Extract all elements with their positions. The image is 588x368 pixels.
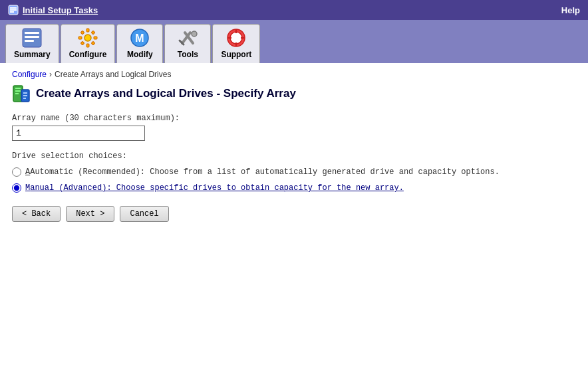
svg-rect-31 [15, 90, 21, 92]
tab-support[interactable]: Support [212, 24, 260, 63]
breadcrumb-separator: › [49, 70, 52, 79]
svg-rect-9 [86, 29, 89, 32]
svg-rect-12 [94, 37, 97, 39]
svg-rect-1 [10, 7, 17, 9]
help-link[interactable]: Help [561, 5, 580, 15]
tab-tools[interactable]: Tools [164, 24, 211, 63]
main-content: Configure › Create Arrays and Logical Dr… [0, 63, 588, 368]
content-area: Configure › Create Arrays and Logical Dr… [0, 63, 588, 368]
page-title-row: Create Arrays and Logical Drives - Speci… [12, 84, 576, 103]
radio-manual-label: Manual (Advanced): Choose specific drive… [25, 183, 404, 193]
breadcrumb-parent-link[interactable]: Configure [12, 70, 47, 79]
summary-icon [21, 27, 43, 48]
svg-rect-2 [10, 9, 17, 11]
radio-group: AAutomatic (Recommended): Choose from a … [12, 167, 576, 193]
app-title-text: Initial Setup Tasks [23, 5, 98, 15]
svg-text:M: M [136, 33, 144, 44]
svg-rect-14 [91, 31, 95, 35]
array-name-input[interactable] [12, 126, 145, 141]
modify-tab-label: Modify [127, 50, 153, 59]
svg-rect-3 [10, 11, 14, 13]
tools-tab-label: Tools [178, 50, 198, 59]
next-button[interactable]: Next > [66, 206, 114, 222]
svg-rect-15 [80, 41, 84, 45]
app-title[interactable]: Initial Setup Tasks [8, 5, 98, 15]
cancel-button[interactable]: Cancel [120, 206, 168, 222]
radio-automatic-item[interactable]: AAutomatic (Recommended): Choose from a … [12, 167, 576, 177]
page-title-icon [12, 84, 31, 103]
tab-configure[interactable]: Configure [61, 24, 116, 63]
svg-point-24 [230, 32, 242, 44]
button-row: < Back Next > Cancel [12, 206, 576, 222]
svg-point-22 [192, 31, 197, 37]
back-button[interactable]: < Back [12, 206, 61, 222]
radio-manual[interactable] [12, 183, 21, 193]
app-icon [8, 5, 19, 15]
drive-selection-label: Drive selection choices: [12, 151, 576, 161]
svg-point-8 [84, 35, 91, 41]
svg-rect-36 [23, 98, 26, 99]
svg-rect-6 [25, 36, 39, 38]
radio-manual-item[interactable]: Manual (Advanced): Choose specific drive… [12, 183, 576, 193]
top-bar: Initial Setup Tasks Help [0, 0, 588, 20]
summary-tab-label: Summary [14, 50, 51, 59]
svg-rect-34 [23, 92, 27, 94]
tab-summary[interactable]: Summary [5, 24, 59, 63]
tools-icon [177, 27, 198, 48]
radio-automatic[interactable] [12, 167, 21, 177]
support-icon [225, 27, 247, 48]
breadcrumb-current: Create Arrays and Logical Drives [55, 70, 171, 79]
svg-rect-16 [91, 41, 95, 45]
configure-icon [77, 27, 98, 48]
array-name-label: Array name (30 characters maximum): [12, 114, 576, 123]
svg-rect-11 [78, 37, 82, 39]
svg-rect-35 [23, 95, 27, 96]
breadcrumb: Configure › Create Arrays and Logical Dr… [12, 70, 576, 79]
modify-icon: M [129, 27, 150, 48]
svg-rect-30 [15, 88, 21, 89]
configure-tab-label: Configure [69, 50, 107, 59]
support-tab-label: Support [221, 50, 251, 59]
tab-modify[interactable]: M Modify [116, 24, 163, 63]
page-title: Create Arrays and Logical Drives - Speci… [36, 87, 296, 100]
nav-bar: Summary Configure [0, 20, 588, 63]
radio-automatic-label: AAutomatic (Recommended): Choose from a … [25, 167, 500, 177]
svg-rect-10 [86, 44, 89, 47]
svg-rect-7 [25, 40, 34, 42]
svg-rect-32 [15, 93, 19, 94]
drive-selection-section: Drive selection choices: AAutomatic (Rec… [12, 151, 576, 193]
array-name-section: Array name (30 characters maximum): [12, 114, 576, 141]
svg-rect-13 [80, 31, 84, 35]
svg-rect-5 [25, 32, 39, 34]
